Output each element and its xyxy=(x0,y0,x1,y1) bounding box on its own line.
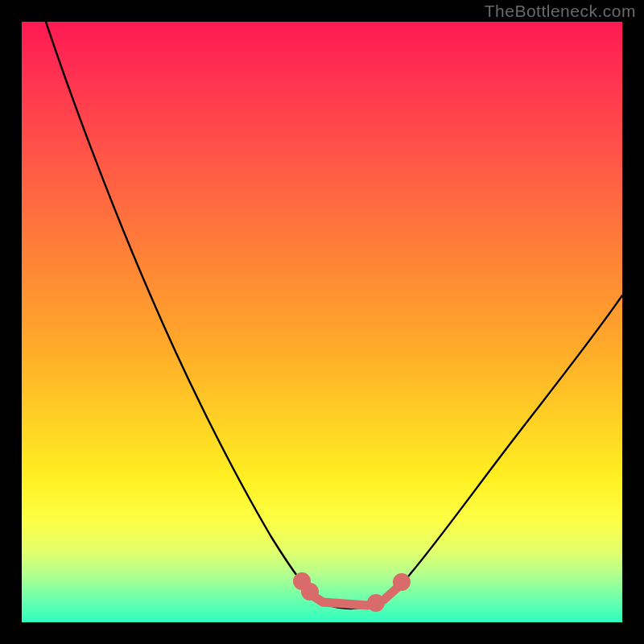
plot-area xyxy=(22,22,622,622)
bottleneck-curve xyxy=(46,22,622,609)
accent-segment xyxy=(323,602,368,605)
accent-dot xyxy=(298,577,307,586)
curve-layer xyxy=(22,22,622,622)
watermark-text: TheBottleneck.com xyxy=(485,2,636,21)
accent-dot xyxy=(372,599,381,608)
accent-dot xyxy=(398,578,407,587)
figure: TheBottleneck.com xyxy=(0,0,644,644)
trough-accents xyxy=(298,577,407,608)
